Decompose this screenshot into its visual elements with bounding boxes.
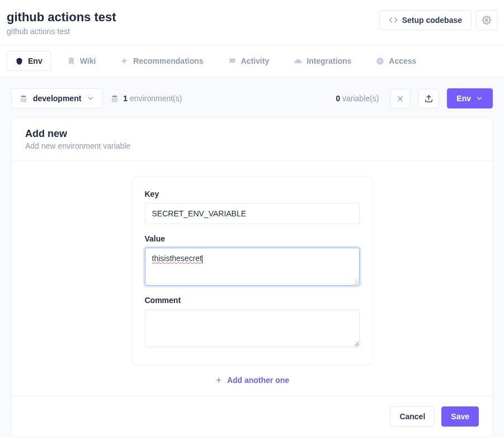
tabs: Env Wiki Recommendations Activity Integr… — [0, 45, 504, 77]
card-footer: Cancel Save — [12, 396, 492, 437]
header-left: github actions test github actions test — [7, 10, 116, 36]
var-count-label: variable(s) — [342, 94, 379, 103]
code-icon — [389, 16, 398, 25]
card-subtitle: Add new environment variable — [25, 141, 479, 150]
chevron-down-icon — [475, 94, 483, 102]
env-action-button[interactable]: Env — [447, 88, 493, 108]
value-label: Value — [145, 234, 360, 243]
tab-activity-label: Activity — [241, 56, 270, 65]
tab-recommendations[interactable]: Recommendations — [112, 51, 211, 71]
tab-env[interactable]: Env — [7, 51, 51, 71]
tab-activity[interactable]: Activity — [220, 51, 278, 71]
upload-icon — [425, 94, 433, 103]
env-count-label: environment(s) — [130, 94, 182, 103]
environment-selected: development — [33, 94, 81, 103]
environment-dropdown[interactable]: development — [11, 88, 103, 108]
close-button[interactable] — [390, 89, 411, 108]
add-another-label: Add another one — [227, 376, 289, 385]
shield-icon — [15, 57, 23, 65]
page-header: github actions test github actions test … — [0, 0, 504, 45]
value-input[interactable]: thisisthesecret — [145, 248, 360, 286]
env-action-label: Env — [456, 94, 471, 103]
comment-input[interactable] — [145, 309, 360, 347]
layers-icon — [20, 94, 27, 102]
page-subtitle: github actions test — [7, 27, 116, 36]
resize-handle-icon[interactable] — [353, 279, 359, 285]
save-label: Save — [451, 412, 469, 421]
tab-integrations[interactable]: Integrations — [285, 51, 360, 71]
bookmark-icon — [67, 57, 76, 65]
tab-recommendations-label: Recommendations — [133, 56, 203, 65]
card-title: Add new — [25, 128, 479, 140]
comment-field: Comment — [145, 296, 360, 349]
cloud-icon — [294, 57, 302, 65]
check-circle-icon — [376, 57, 384, 65]
env-count-num: 1 — [123, 94, 128, 103]
settings-button[interactable] — [476, 10, 497, 30]
add-new-card: Add new Add new environment variable Key… — [11, 117, 493, 437]
key-input[interactable] — [145, 203, 360, 224]
tab-access-label: Access — [389, 56, 416, 65]
setup-codebase-label: Setup codebase — [402, 16, 462, 25]
form-block: Key Value thisisthesecret Comment — [132, 177, 373, 364]
svg-point-0 — [486, 19, 488, 21]
tab-wiki[interactable]: Wiki — [59, 51, 105, 71]
upload-button[interactable] — [418, 89, 439, 108]
card-body: Key Value thisisthesecret Comment — [12, 161, 492, 396]
text-cursor — [202, 255, 202, 263]
chevron-down-icon — [87, 94, 95, 102]
variable-count: 0 variable(s) — [336, 94, 379, 103]
add-another-button[interactable]: Add another one — [215, 376, 289, 385]
save-button[interactable]: Save — [441, 406, 479, 427]
comment-label: Comment — [145, 296, 360, 305]
layers-icon — [111, 94, 119, 102]
header-actions: Setup codebase — [379, 10, 497, 30]
svg-point-2 — [21, 96, 26, 98]
value-text: thisisthesecret — [152, 254, 202, 263]
value-field: Value thisisthesecret — [145, 234, 360, 286]
chat-icon — [228, 57, 237, 65]
content: development 1 environment(s) 0 variable(… — [0, 77, 504, 437]
svg-point-3 — [112, 96, 117, 98]
tab-env-label: Env — [28, 56, 43, 65]
toolbar: development 1 environment(s) 0 variable(… — [11, 88, 493, 108]
key-field: Key — [145, 190, 360, 224]
tab-integrations-label: Integrations — [307, 56, 351, 65]
card-header: Add new Add new environment variable — [12, 118, 492, 161]
tab-wiki-label: Wiki — [80, 56, 96, 65]
cancel-label: Cancel — [399, 412, 425, 421]
close-icon — [396, 94, 404, 103]
tab-access[interactable]: Access — [368, 51, 425, 71]
page-title: github actions test — [7, 10, 116, 25]
key-label: Key — [145, 190, 360, 198]
var-count-num: 0 — [336, 94, 340, 103]
environment-count: 1 environment(s) — [111, 94, 182, 103]
bolt-icon — [120, 57, 129, 65]
setup-codebase-button[interactable]: Setup codebase — [379, 10, 472, 30]
gear-icon — [482, 16, 491, 25]
plus-icon — [215, 376, 223, 384]
cancel-button[interactable]: Cancel — [390, 406, 435, 427]
